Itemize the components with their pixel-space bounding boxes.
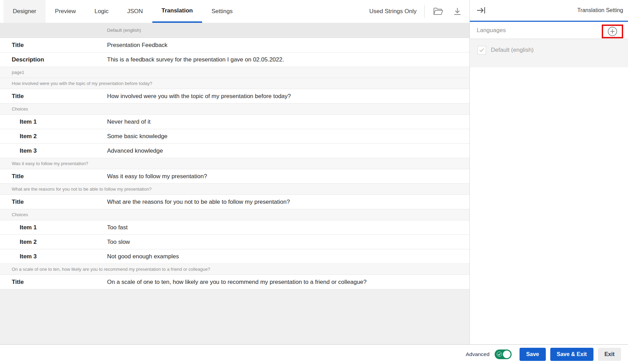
translation-value-cell[interactable]: This is a feedback survey for the presen… [107, 56, 469, 63]
languages-section-header: Languages [470, 22, 628, 39]
language-label: Default (english) [491, 47, 534, 54]
translation-key-label: Item 2 [0, 239, 107, 246]
translation-value-cell[interactable]: Was it easy to follow my presentation? [107, 173, 469, 180]
panel-header: Translation Setting [470, 0, 628, 22]
languages-list: Default (english) [470, 39, 628, 67]
translation-row: Title Was it easy to follow my presentat… [0, 169, 469, 184]
translation-value-cell[interactable]: On a scale of one to ten, how likely are… [107, 279, 469, 286]
translation-key-label: Item 1 [0, 118, 107, 125]
toggle-knob[interactable] [503, 351, 511, 358]
checkmark-icon [479, 48, 484, 52]
tab-strip: Designer Preview Logic JSON Translation … [3, 0, 242, 23]
translation-table: Default (english) Title Presentation Fee… [0, 23, 469, 344]
main-area: Designer Preview Logic JSON Translation … [0, 0, 470, 344]
language-list-item: Default (english) [470, 39, 628, 67]
toggle-check-ring [497, 352, 502, 357]
translation-section-header: Choices [0, 209, 469, 220]
tab-settings[interactable]: Settings [202, 0, 242, 23]
translation-row: Item 3 Advanced knowledge [0, 144, 469, 158]
add-language-highlight-box [602, 25, 623, 38]
used-strings-only-filter[interactable]: Used Strings Only [369, 8, 417, 15]
download-icon [453, 7, 462, 16]
translation-value-cell[interactable]: Too slow [107, 239, 469, 246]
tab-json[interactable]: JSON [118, 0, 152, 23]
tab-designer[interactable]: Designer [3, 0, 46, 23]
translation-key-label: Title [0, 173, 107, 180]
tab-translation[interactable]: Translation [152, 0, 202, 23]
add-language-button[interactable] [607, 26, 618, 37]
translation-row: Item 3 Not good enough examples [0, 249, 469, 264]
tab-label: Translation [162, 7, 193, 14]
section-label: How involved were you with the topic of … [12, 81, 152, 86]
folder-open-icon [433, 7, 443, 16]
section-label: On a scale of one to ten, how likely are… [12, 267, 210, 272]
translation-section-header: On a scale of one to ten, how likely are… [0, 264, 469, 275]
translation-value-cell[interactable]: Advanced knowledge [107, 147, 469, 154]
translation-value-cell[interactable]: Some basic knowledge [107, 133, 469, 140]
translation-settings-panel: Translation Setting Languages Default (e… [470, 0, 628, 344]
translation-key-label: Description [0, 56, 107, 63]
translation-row: Item 1 Too fast [0, 220, 469, 235]
language-column-header: Default (english) [0, 23, 469, 38]
translation-key-label: Title [0, 42, 107, 49]
translation-row: Item 2 Too slow [0, 235, 469, 249]
plus-circle-icon [607, 26, 618, 37]
translation-row: Item 1 Never heard of it [0, 115, 469, 129]
translation-key-label: Item 2 [0, 133, 107, 140]
translation-value-cell[interactable]: What are the reasons for you not to be a… [107, 199, 469, 205]
translation-key-label: Item 3 [0, 253, 107, 260]
tab-preview[interactable]: Preview [46, 0, 85, 23]
section-label: page1 [12, 70, 24, 75]
section-label: What are the reasons for you not to be a… [12, 186, 152, 192]
translation-section-header: Choices [0, 104, 469, 115]
translation-value-cell[interactable]: How involved were you with the topic of … [107, 93, 469, 100]
translation-row: Title How involved were you with the top… [0, 89, 469, 104]
translation-value-cell[interactable]: Never heard of it [107, 118, 469, 125]
advanced-label: Advanced [466, 351, 489, 357]
tab-bar: Designer Preview Logic JSON Translation … [0, 0, 469, 23]
exit-button[interactable]: Exit [598, 348, 621, 361]
tab-label: Designer [13, 8, 36, 15]
section-label: Choices [12, 212, 28, 217]
translation-row: Description This is a feedback survey fo… [0, 52, 469, 67]
save-button[interactable]: Save [520, 348, 545, 361]
translation-rows: Title Presentation Feedback Description … [0, 38, 469, 289]
section-label: Was it easy to follow my presentation? [12, 161, 88, 166]
collapse-panel-button[interactable] [475, 4, 487, 16]
tab-label: JSON [127, 8, 143, 15]
app-window: Designer Preview Logic JSON Translation … [0, 0, 628, 344]
translation-row: Item 2 Some basic knowledge [0, 129, 469, 144]
toggle-check-icon [498, 353, 501, 356]
translation-row: Title What are the reasons for you not t… [0, 195, 469, 209]
languages-label: Languages [477, 27, 506, 34]
tab-label: Settings [211, 8, 232, 15]
tab-logic[interactable]: Logic [85, 0, 118, 23]
section-label: Choices [12, 106, 28, 112]
translation-key-label: Title [0, 93, 107, 100]
save-and-exit-button[interactable]: Save & Exit [550, 348, 593, 361]
translation-key-label: Item 3 [0, 147, 107, 154]
table-empty-area [0, 289, 469, 344]
translation-value-cell[interactable]: Too fast [107, 224, 469, 231]
translation-key-label: Item 1 [0, 224, 107, 231]
footer-bar: Advanced Save Save & Exit Exit [0, 344, 628, 364]
translation-section-header: How involved were you with the topic of … [0, 78, 469, 89]
language-checkbox[interactable] [477, 46, 486, 55]
toolbar-divider [424, 5, 425, 18]
language-column-header-label: Default (english) [107, 28, 141, 33]
translation-row: Title Presentation Feedback [0, 38, 469, 52]
translation-key-label: Title [0, 279, 107, 286]
translation-value-cell[interactable]: Not good enough examples [107, 253, 469, 260]
translation-section-header: What are the reasons for you not to be a… [0, 184, 469, 195]
translation-row: Title On a scale of one to ten, how like… [0, 275, 469, 289]
translation-section-header: page1 [0, 67, 469, 78]
collapse-right-icon [476, 6, 486, 15]
tab-label: Logic [95, 8, 109, 15]
translation-section-header: Was it easy to follow my presentation? [0, 158, 469, 169]
translation-value-cell[interactable]: Presentation Feedback [107, 42, 469, 49]
panel-title: Translation Setting [577, 7, 623, 13]
import-button[interactable] [432, 6, 444, 17]
export-button[interactable] [451, 6, 463, 17]
tab-label: Preview [55, 8, 76, 15]
advanced-toggle[interactable] [495, 349, 512, 359]
